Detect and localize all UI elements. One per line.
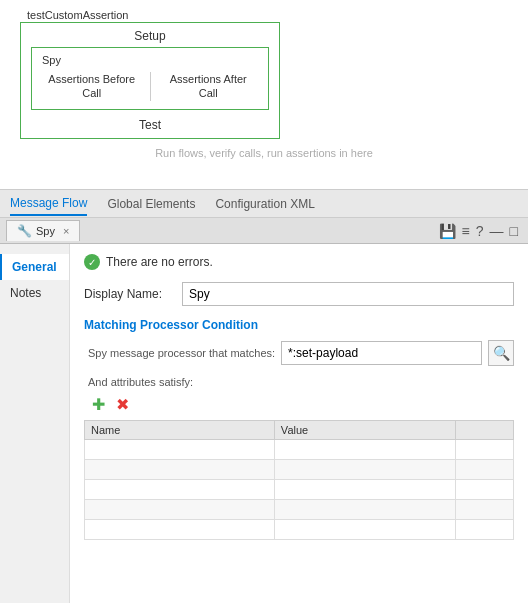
test-container: testCustomAssertion Setup Spy Assertions… — [20, 22, 280, 139]
table-cell-extra — [455, 440, 513, 460]
table-cell-name — [85, 520, 275, 540]
spy-panel-tab[interactable]: 🔧 Spy × — [6, 220, 80, 241]
tab-configuration-xml[interactable]: Configuration XML — [215, 193, 314, 215]
spy-tab-close[interactable]: × — [63, 225, 69, 237]
status-bar: ✓ There are no errors. — [84, 254, 514, 270]
table-row — [85, 440, 514, 460]
test-bottom-label: Test — [31, 118, 269, 132]
table-col-name: Name — [85, 421, 275, 440]
canvas-description: Run flows, verify calls, run assertions … — [10, 147, 518, 159]
table-cell-name — [85, 460, 275, 480]
minimize-icon[interactable]: — — [490, 224, 504, 238]
tab-global-elements[interactable]: Global Elements — [107, 193, 195, 215]
table-cell-value — [274, 500, 455, 520]
table-row — [85, 460, 514, 480]
status-text: There are no errors. — [106, 255, 213, 269]
attributes-label: And attributes satisfy: — [84, 376, 514, 388]
assertions-after-label: Assertions AfterCall — [159, 72, 259, 101]
table-cell-value — [274, 480, 455, 500]
attributes-table: Name Value — [84, 420, 514, 540]
processor-input[interactable] — [281, 341, 482, 365]
add-attribute-button[interactable]: ✚ — [88, 394, 108, 414]
maximize-icon[interactable]: □ — [510, 224, 518, 238]
column-divider — [150, 72, 151, 101]
display-name-input[interactable] — [182, 282, 514, 306]
help-icon[interactable]: ? — [476, 224, 484, 238]
table-cell-extra — [455, 460, 513, 480]
tab-bar: Message Flow Global Elements Configurati… — [0, 190, 528, 218]
table-cell-value — [274, 440, 455, 460]
processor-row: Spy message processor that matches: 🔍 — [84, 340, 514, 366]
attributes-toolbar: ✚ ✖ — [84, 394, 514, 414]
status-icon: ✓ — [84, 254, 100, 270]
main-content: ✓ There are no errors. Display Name: Mat… — [70, 244, 528, 603]
display-name-label: Display Name: — [84, 287, 174, 301]
table-cell-extra — [455, 500, 513, 520]
spy-inner-container: Spy Assertions BeforeCall Assertions Aft… — [31, 47, 269, 110]
remove-attribute-button[interactable]: ✖ — [112, 394, 132, 414]
setup-label: Setup — [31, 29, 269, 43]
search-button[interactable]: 🔍 — [488, 340, 514, 366]
table-row — [85, 480, 514, 500]
table-row — [85, 520, 514, 540]
canvas-area: testCustomAssertion Setup Spy Assertions… — [0, 0, 528, 190]
panel-tab-icons: 💾 ≡ ? — □ — [439, 224, 522, 238]
spy-tab-label: Spy — [36, 225, 55, 237]
panel-tab-bar: 🔧 Spy × 💾 ≡ ? — □ — [0, 218, 528, 244]
tab-message-flow[interactable]: Message Flow — [10, 192, 87, 216]
table-cell-extra — [455, 480, 513, 500]
section-label: Matching Processor Condition — [84, 318, 514, 332]
spy-columns: Assertions BeforeCall Assertions AfterCa… — [42, 72, 258, 101]
save-icon[interactable]: 💾 — [439, 224, 456, 238]
nav-item-notes[interactable]: Notes — [0, 280, 69, 306]
table-cell-value — [274, 520, 455, 540]
table-col-value: Value — [274, 421, 455, 440]
table-cell-name — [85, 440, 275, 460]
spy-title: Spy — [42, 54, 258, 66]
nav-item-general[interactable]: General — [0, 254, 69, 280]
table-cell-extra — [455, 520, 513, 540]
table-cell-name — [85, 500, 275, 520]
table-col-extra — [455, 421, 513, 440]
table-row — [85, 500, 514, 520]
table-cell-name — [85, 480, 275, 500]
properties-panel: General Notes ✓ There are no errors. Dis… — [0, 244, 528, 603]
test-name-label: testCustomAssertion — [25, 9, 130, 21]
assertions-before-label: Assertions BeforeCall — [42, 72, 142, 101]
processor-label: Spy message processor that matches: — [88, 347, 275, 359]
spy-tab-icon: 🔧 — [17, 224, 32, 238]
left-nav: General Notes — [0, 244, 70, 603]
filter-icon[interactable]: ≡ — [462, 224, 470, 238]
display-name-row: Display Name: — [84, 282, 514, 306]
table-cell-value — [274, 460, 455, 480]
